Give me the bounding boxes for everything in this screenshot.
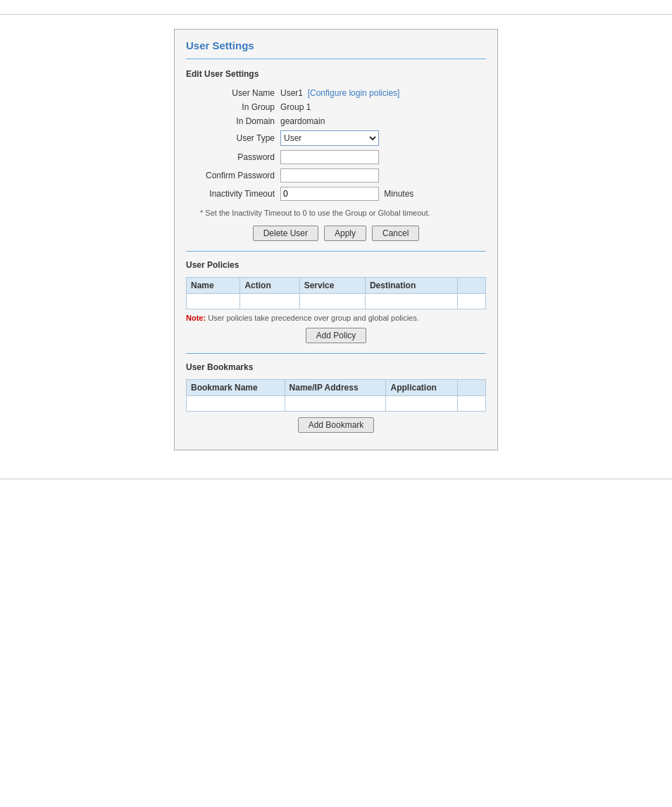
policies-col-destination: Destination	[365, 278, 457, 294]
password-input[interactable]	[280, 150, 379, 164]
ingroup-row: In Group Group 1	[186, 100, 486, 114]
policies-empty-service	[299, 294, 365, 309]
edit-section-heading: Edit User Settings	[186, 69, 486, 79]
usertype-select[interactable]: User Admin Guest	[280, 130, 379, 146]
confirm-password-label: Confirm Password	[186, 166, 278, 185]
policies-header-row: Name Action Service Destination	[187, 278, 486, 294]
bookmarks-col-application: Application	[386, 380, 458, 396]
bookmarks-empty-application	[386, 396, 458, 412]
bookmarks-divider	[186, 353, 486, 354]
indomain-row: In Domain geardomain	[186, 114, 486, 128]
note-text: User policies take precedence over group…	[208, 314, 419, 322]
ingroup-label: In Group	[186, 100, 278, 114]
password-label: Password	[186, 148, 278, 166]
indomain-label: In Domain	[186, 114, 278, 128]
usertype-label: User Type	[186, 128, 278, 148]
top-rule	[0, 14, 672, 15]
bottom-rule	[0, 479, 672, 479]
add-policy-row: Add Policy	[186, 328, 486, 343]
apply-button[interactable]: Apply	[324, 226, 366, 241]
policies-empty-name	[187, 294, 240, 309]
page-wrapper: User Settings Edit User Settings User Na…	[0, 0, 672, 807]
note-label: Note:	[186, 314, 206, 322]
password-cell	[278, 148, 486, 166]
bookmarks-empty-address	[285, 396, 386, 412]
bookmarks-col-name: Bookmark Name	[187, 380, 285, 396]
minutes-label: Minutes	[384, 189, 413, 199]
bookmarks-col-extra	[458, 380, 486, 396]
add-policy-button[interactable]: Add Policy	[306, 328, 367, 343]
username-label: User Name	[186, 86, 278, 100]
add-bookmark-row: Add Bookmark	[186, 417, 486, 433]
policies-empty-extra	[458, 294, 486, 309]
main-panel: User Settings Edit User Settings User Na…	[174, 29, 498, 450]
policies-empty-destination	[365, 294, 457, 309]
confirm-password-input[interactable]	[280, 168, 379, 183]
policies-col-name: Name	[187, 278, 240, 294]
indomain-value: geardomain	[278, 114, 486, 128]
bookmarks-empty-row	[187, 396, 486, 412]
delete-user-button[interactable]: Delete User	[253, 226, 318, 241]
panel-divider	[186, 58, 486, 59]
policies-note-row: Note: User policies take precedence over…	[186, 314, 486, 322]
password-row: Password	[186, 148, 486, 166]
add-bookmark-button[interactable]: Add Bookmark	[298, 417, 375, 433]
inactivity-cell: Minutes	[278, 185, 486, 203]
configure-login-link[interactable]: [Configure login policies]	[308, 88, 400, 98]
bookmarks-header-row: Bookmark Name Name/IP Address Applicatio…	[187, 380, 486, 396]
inactivity-input[interactable]	[280, 187, 379, 201]
ingroup-value: Group 1	[278, 100, 486, 114]
usertype-row: User Type User Admin Guest	[186, 128, 486, 148]
bookmarks-table: Bookmark Name Name/IP Address Applicatio…	[186, 379, 486, 412]
confirm-password-row: Confirm Password	[186, 166, 486, 185]
policies-col-extra	[458, 278, 486, 294]
bookmarks-col-address: Name/IP Address	[285, 380, 386, 396]
edit-form-table: User Name User1 [Configure login policie…	[186, 86, 486, 203]
bookmarks-heading: User Bookmarks	[186, 362, 486, 372]
policies-col-service: Service	[299, 278, 365, 294]
policies-col-action: Action	[240, 278, 299, 294]
inactivity-hint: * Set the Inactivity Timeout to 0 to use…	[200, 209, 486, 217]
inactivity-label: Inactivity Timeout	[186, 185, 278, 203]
bookmarks-empty-name	[187, 396, 285, 412]
policies-table: Name Action Service Destination	[186, 277, 486, 309]
usertype-cell: User Admin Guest	[278, 128, 486, 148]
panel-title: User Settings	[186, 39, 486, 51]
edit-button-row: Delete User Apply Cancel	[186, 226, 486, 241]
cancel-button[interactable]: Cancel	[372, 226, 419, 241]
policies-divider	[186, 251, 486, 252]
username-row: User Name User1 [Configure login policie…	[186, 86, 486, 100]
inactivity-row: Inactivity Timeout Minutes	[186, 185, 486, 203]
username-value: User1 [Configure login policies]	[278, 86, 486, 100]
username-text: User1	[280, 88, 303, 98]
confirm-password-cell	[278, 166, 486, 185]
bookmarks-empty-extra	[458, 396, 486, 412]
policies-heading: User Policies	[186, 260, 486, 270]
policies-empty-row	[187, 294, 486, 309]
policies-empty-action	[240, 294, 299, 309]
